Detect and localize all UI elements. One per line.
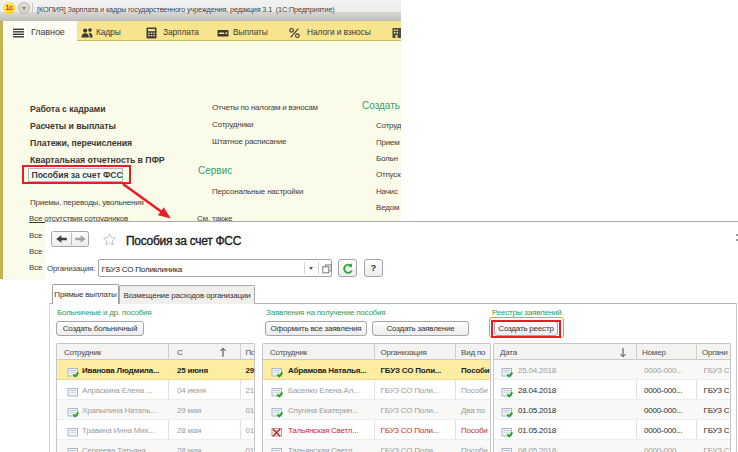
column-divider bbox=[374, 344, 375, 360]
cell-from: 28 мая bbox=[177, 446, 201, 452]
sick-leave-table: Сотрудник С По Иванова Людмила...25 июня… bbox=[56, 343, 255, 452]
column-header[interactable]: Номер bbox=[642, 348, 666, 357]
posobiya-fss-window: Пособия за счет ФСС Организация: ГБУЗ СО… bbox=[45, 221, 738, 452]
cell-num: 0000-000 bbox=[644, 446, 676, 452]
table-row[interactable]: Иванова Людмила...25 июня29 bbox=[57, 360, 254, 380]
tab-vyplaty-label[interactable]: Выплаты bbox=[233, 27, 268, 37]
column-header[interactable]: Органи bbox=[702, 348, 728, 357]
cell-org: ГБУЗ С bbox=[704, 426, 730, 435]
cell-kind: Пособи bbox=[461, 366, 490, 375]
menu-item-raschety[interactable]: Расчеты и выплаты bbox=[30, 121, 116, 131]
table-header[interactable]: Дата Номер Органи bbox=[494, 344, 730, 360]
column-header[interactable]: С bbox=[177, 348, 183, 357]
menu-item-shtatnoe[interactable]: Штатное расписание bbox=[212, 137, 286, 146]
cell-from: 25 июня bbox=[177, 366, 208, 375]
table-row[interactable]: Абрамова Наталья...ГБУЗ СО Поли...Пособи bbox=[263, 360, 490, 380]
menu-item-kvartalnaya[interactable]: Квартальная отчетность в ПФР bbox=[30, 155, 165, 165]
menu-item-vse-3[interactable]: Все bbox=[29, 263, 42, 272]
menu-item-create-0[interactable]: Сотруд bbox=[376, 121, 401, 130]
table-row[interactable]: Басенко Елена Ал...ГБУЗ СО Поли...Пособи bbox=[263, 380, 490, 400]
column-divider bbox=[696, 344, 697, 360]
cell-date: 25.04.2018 bbox=[518, 366, 556, 375]
cell-name: Сергеева Татьяна bbox=[82, 446, 146, 452]
combo-dropdown-icon[interactable] bbox=[309, 267, 313, 270]
favorites-star-icon[interactable] bbox=[102, 232, 117, 247]
menu-item-create-4[interactable]: Начис bbox=[376, 187, 398, 196]
tab-glavnoe-label[interactable]: Главное bbox=[31, 27, 65, 37]
column-divider bbox=[636, 344, 637, 360]
menu-item-vse-1[interactable]: Все bbox=[29, 231, 42, 240]
titlebar-separator bbox=[32, 3, 33, 13]
1c-logo-icon: 1с bbox=[3, 2, 15, 14]
table-row[interactable]: Травина Инна Мих...28 мая01 bbox=[57, 420, 254, 440]
create-sick-button[interactable]: Создать больничный bbox=[56, 321, 144, 336]
menu-item-create-2[interactable]: Больн bbox=[376, 154, 398, 163]
cell-date: 08.05.2018 bbox=[518, 446, 556, 452]
column-header[interactable]: Сотрудник bbox=[64, 348, 101, 357]
tab-zarplata-label[interactable]: Зарплата bbox=[163, 27, 199, 37]
table-row[interactable]: 25.04.20180000-000...ГБУЗ С bbox=[494, 360, 730, 380]
percent-icon bbox=[289, 25, 300, 43]
menu-item-vse-2[interactable]: Все bbox=[29, 247, 42, 256]
cell-org: ГБУЗ С bbox=[704, 446, 730, 452]
calculator-icon bbox=[146, 25, 157, 43]
column-header[interactable]: Вид по bbox=[461, 348, 485, 357]
menu-header-servis: Сервис bbox=[198, 165, 232, 176]
issue-all-apps-button[interactable]: Оформить все заявления bbox=[265, 321, 367, 336]
forward-button[interactable] bbox=[71, 232, 90, 246]
table-row[interactable]: 08.05.20180000-000ГБУЗ С bbox=[494, 440, 730, 452]
section-tabbar: Главное Кадры Зарплата Выплаты Налоги и … bbox=[0, 21, 401, 41]
column-header[interactable]: Дата bbox=[500, 348, 517, 357]
cell-kind: Пособи bbox=[461, 386, 488, 395]
tab-vozmeshchenie[interactable]: Возмещение расходов организации bbox=[119, 285, 255, 304]
table-row[interactable]: 01.05.20180000-000...ГБУЗ С bbox=[494, 420, 730, 440]
back-button[interactable] bbox=[52, 232, 71, 246]
cell-org: ГБУЗ СО Поли... bbox=[381, 366, 441, 375]
section-label-regs: Реестры заявлений bbox=[492, 308, 562, 317]
table-row[interactable]: Тальянская Светл...ГБУЗ СО Поли...Пособи bbox=[263, 420, 490, 440]
table-row[interactable]: Тальянская СветлГБУЗ СО ПолиПособи bbox=[263, 440, 490, 452]
section-label-apps: Заявления на получение пособия bbox=[266, 308, 385, 317]
table-row[interactable]: Спугина Екатерин...ГБУЗ СО Поли...Два по bbox=[263, 400, 490, 420]
titlebar: 1с [КОПИЯ] Зарплата и кадры государствен… bbox=[0, 0, 401, 21]
table-row[interactable]: Сергеева Татьяна28 мая01 bbox=[57, 440, 254, 452]
annotation-red-rect-button bbox=[491, 320, 561, 339]
create-app-button[interactable]: Создать заявление bbox=[372, 321, 469, 336]
combo-choose-icon[interactable] bbox=[322, 264, 332, 274]
menu-item-rabota-s-kadrami[interactable]: Работа с кадрами bbox=[30, 104, 106, 114]
system-menu-button[interactable] bbox=[18, 2, 30, 14]
cell-from: 04 июня bbox=[177, 386, 206, 395]
tab-kadry-label[interactable]: Кадры bbox=[96, 27, 121, 37]
table-row[interactable]: 28.04.20180000-000...ГБУЗ С bbox=[494, 380, 730, 400]
cell-org: ГБУЗ СО Поли... bbox=[381, 386, 439, 395]
column-header[interactable]: Организация bbox=[381, 348, 427, 357]
tab-pryamye-vyplaty[interactable]: Прямые выплаты bbox=[52, 284, 119, 304]
help-button[interactable]: ? bbox=[364, 259, 383, 277]
menu-item-create-3[interactable]: Отпуск bbox=[376, 170, 400, 179]
menu-item-create-1[interactable]: Прием bbox=[376, 138, 400, 147]
cell-name: Абрамова Наталья... bbox=[288, 366, 366, 375]
cell-from: 28 мая bbox=[177, 426, 201, 435]
org-combo-input[interactable]: ГБУЗ СО Поликлиника bbox=[98, 259, 332, 277]
cell-name: Спугина Екатерин... bbox=[288, 406, 358, 415]
panel-border-right bbox=[736, 303, 737, 452]
column-header[interactable]: По bbox=[246, 348, 256, 357]
menu-item-sotrudniki[interactable]: Сотрудники bbox=[212, 120, 253, 129]
cell-kind: Два по bbox=[461, 406, 485, 415]
menu-item-otchety-nalogi[interactable]: Отчеты по налогам и взносам bbox=[212, 103, 318, 112]
refresh-button[interactable] bbox=[338, 259, 357, 277]
table-row[interactable]: Апраскина Елена ...04 июня21 bbox=[57, 380, 254, 400]
menu-item-personalnye[interactable]: Персональные настройки bbox=[212, 187, 303, 196]
doc-draft-icon bbox=[67, 444, 79, 452]
menu-item-platezhi[interactable]: Платежи, перечисления bbox=[30, 138, 132, 148]
tab-nalogi-label[interactable]: Налоги и взносы bbox=[307, 27, 371, 37]
window-left-border bbox=[0, 21, 3, 279]
table-row[interactable]: Храпылина Наталь...29 мая01 bbox=[57, 400, 254, 420]
cell-from: 29 мая bbox=[177, 406, 201, 415]
menu-item-priemy[interactable]: Приемы, переводы, увольнения bbox=[30, 198, 144, 207]
cell-to: 01 bbox=[246, 426, 255, 435]
menu-item-create-5[interactable]: Ведом bbox=[376, 203, 399, 212]
column-header[interactable]: Сотрудник bbox=[270, 348, 307, 357]
table-header[interactable]: Сотрудник С По bbox=[57, 344, 254, 360]
table-row[interactable]: 01.05.20180000-000...ГБУЗ С bbox=[494, 400, 730, 420]
